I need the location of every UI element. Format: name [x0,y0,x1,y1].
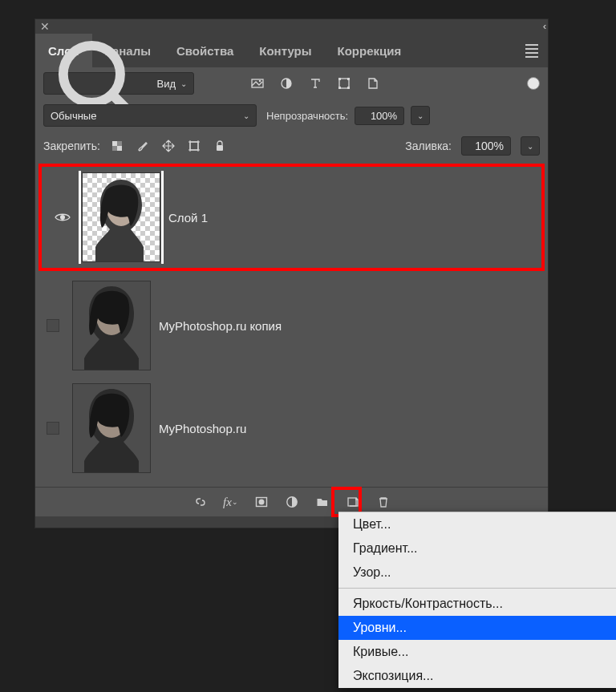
filter-shape-icon[interactable] [335,75,353,92]
ctx-item-exposure[interactable]: Экспозиция... [338,664,616,688]
blend-row: Обычные ⌄ Непрозрачность: 100% ⌄ [35,99,548,132]
layer-row-highlight: Слой 1 [38,164,545,271]
panel-header: ✕ ‹‹ [35,19,548,34]
svg-point-31 [258,500,264,505]
opacity-value[interactable]: 100% [355,107,404,125]
layers-panel: ✕ ‹‹ Слои Каналы Свойства Контуры Коррек… [35,19,548,528]
layer-filter-dropdown[interactable]: Вид ⌄ [43,72,194,95]
layer-thumbnail[interactable] [82,172,160,262]
ctx-item-levels[interactable]: Уровни... [338,616,616,640]
layer-thumbnail[interactable] [72,383,151,473]
fill-chevron[interactable]: ⌄ [521,136,540,156]
visibility-eye-icon[interactable] [55,212,71,223]
layer-row[interactable]: MyPhotoshop.ru [35,380,548,476]
filter-toggle-switch[interactable] [527,77,540,90]
svg-rect-6 [338,78,341,80]
link-layers-icon[interactable] [192,494,209,510]
layer-name[interactable]: Слой 1 [168,211,208,225]
layer-filter-label: Вид [156,78,176,90]
ctx-item-brightness[interactable]: Яркость/Контрастность... [338,592,616,616]
lock-position-icon[interactable] [161,139,176,153]
svg-rect-33 [348,498,356,506]
ctx-item-gradient[interactable]: Градиент... [338,536,616,560]
lock-label: Закрепить: [43,140,100,152]
opacity-chevron[interactable]: ⌄ [411,106,430,125]
lock-row: Закрепить: Заливка: 100% ⌄ [35,132,548,160]
ctx-item-curves[interactable]: Кривые... [338,640,616,664]
visibility-toggle[interactable] [47,422,59,435]
opacity-label: Непрозрачность: [266,110,348,122]
lock-artboard-icon[interactable] [187,139,201,153]
tab-paths[interactable]: Контуры [246,34,324,67]
svg-rect-9 [347,87,350,89]
layer-style-icon[interactable]: fx⌄ [223,494,239,510]
chevron-down-icon: ⌄ [243,111,249,120]
ctx-item-color[interactable]: Цвет... [338,512,616,536]
new-group-icon[interactable] [314,494,330,510]
filter-type-icon[interactable] [306,75,324,92]
blend-mode-dropdown[interactable]: Обычные ⌄ [43,104,257,127]
visibility-toggle[interactable] [47,319,59,332]
filter-pixel-icon[interactable] [249,75,266,92]
lock-brush-icon[interactable] [136,139,150,153]
fill-label: Заливка: [405,140,452,152]
layer-mask-icon[interactable] [253,494,270,510]
svg-rect-8 [338,87,341,89]
svg-point-20 [60,215,65,220]
filter-row: Вид ⌄ [35,67,548,99]
svg-rect-13 [112,146,117,151]
lock-all-icon[interactable] [213,139,227,153]
fill-value[interactable]: 100% [461,136,511,156]
svg-rect-12 [117,141,122,146]
svg-rect-7 [347,78,350,80]
layer-name[interactable]: MyPhotoshop.ru копия [159,319,282,333]
layer-name[interactable]: MyPhotoshop.ru [159,422,246,435]
ctx-separator [338,588,616,589]
chevron-down-icon: ⌄ [180,79,187,88]
tab-adjustments[interactable]: Коррекция [325,34,415,67]
layer-list: Слой 1 MyPhotoshop.ru копия [35,160,548,487]
adjustment-context-menu: Цвет... Градиент... Узор... Яркость/Конт… [338,512,616,688]
filter-adjustment-icon[interactable] [278,75,295,92]
svg-point-0 [63,46,120,103]
close-icon[interactable]: ✕ [40,20,50,33]
layer-row[interactable]: MyPhotoshop.ru копия [35,277,548,374]
panel-options-menu[interactable] [516,34,548,67]
hamburger-icon [525,44,538,58]
lock-transparency-icon[interactable] [110,139,124,153]
layer-row[interactable]: Слой 1 [45,169,538,265]
ctx-item-pattern[interactable]: Узор... [338,560,616,585]
tab-properties[interactable]: Свойства [164,34,246,67]
svg-rect-14 [190,142,198,150]
new-layer-icon[interactable] [345,494,361,510]
svg-rect-10 [112,141,117,146]
svg-point-3 [259,80,261,82]
svg-rect-11 [117,146,122,151]
blend-mode-value: Обычные [51,110,96,122]
svg-rect-19 [217,145,223,151]
delete-layer-icon[interactable] [375,494,391,510]
layer-thumbnail[interactable] [72,281,151,370]
adjustment-layer-icon[interactable] [284,494,300,510]
filter-smartobject-icon[interactable] [364,75,382,92]
